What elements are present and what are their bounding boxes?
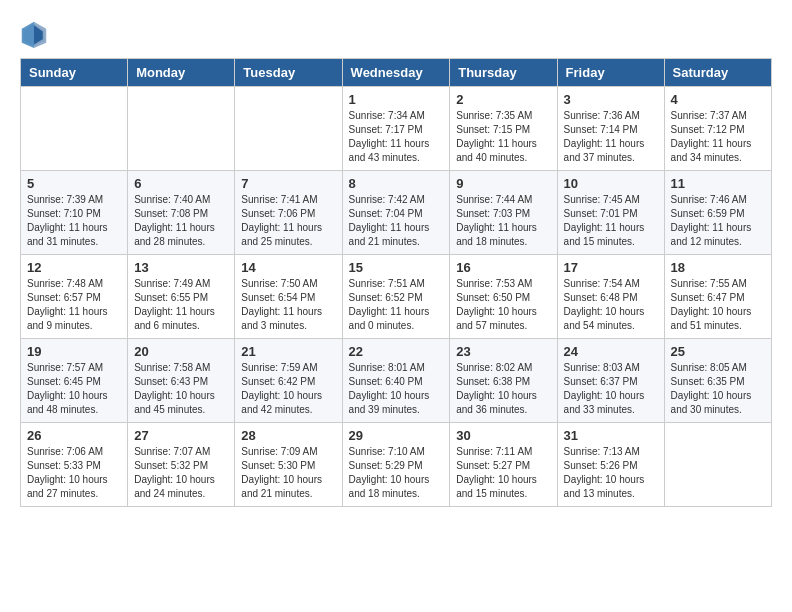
day-number: 29 bbox=[349, 428, 444, 443]
calendar-cell: 1Sunrise: 7:34 AM Sunset: 7:17 PM Daylig… bbox=[342, 87, 450, 171]
day-info: Sunrise: 7:41 AM Sunset: 7:06 PM Dayligh… bbox=[241, 193, 335, 249]
day-info: Sunrise: 7:46 AM Sunset: 6:59 PM Dayligh… bbox=[671, 193, 765, 249]
day-number: 1 bbox=[349, 92, 444, 107]
calendar-cell: 30Sunrise: 7:11 AM Sunset: 5:27 PM Dayli… bbox=[450, 423, 557, 507]
calendar-cell: 28Sunrise: 7:09 AM Sunset: 5:30 PM Dayli… bbox=[235, 423, 342, 507]
day-info: Sunrise: 8:05 AM Sunset: 6:35 PM Dayligh… bbox=[671, 361, 765, 417]
day-info: Sunrise: 7:11 AM Sunset: 5:27 PM Dayligh… bbox=[456, 445, 550, 501]
day-info: Sunrise: 8:03 AM Sunset: 6:37 PM Dayligh… bbox=[564, 361, 658, 417]
day-number: 19 bbox=[27, 344, 121, 359]
calendar-cell: 17Sunrise: 7:54 AM Sunset: 6:48 PM Dayli… bbox=[557, 255, 664, 339]
day-info: Sunrise: 7:06 AM Sunset: 5:33 PM Dayligh… bbox=[27, 445, 121, 501]
page-header bbox=[20, 20, 772, 48]
calendar-cell bbox=[664, 423, 771, 507]
day-info: Sunrise: 7:34 AM Sunset: 7:17 PM Dayligh… bbox=[349, 109, 444, 165]
day-info: Sunrise: 7:59 AM Sunset: 6:42 PM Dayligh… bbox=[241, 361, 335, 417]
day-info: Sunrise: 7:49 AM Sunset: 6:55 PM Dayligh… bbox=[134, 277, 228, 333]
day-info: Sunrise: 7:40 AM Sunset: 7:08 PM Dayligh… bbox=[134, 193, 228, 249]
day-number: 8 bbox=[349, 176, 444, 191]
day-number: 22 bbox=[349, 344, 444, 359]
calendar-cell: 29Sunrise: 7:10 AM Sunset: 5:29 PM Dayli… bbox=[342, 423, 450, 507]
calendar-cell: 6Sunrise: 7:40 AM Sunset: 7:08 PM Daylig… bbox=[128, 171, 235, 255]
day-number: 23 bbox=[456, 344, 550, 359]
day-number: 4 bbox=[671, 92, 765, 107]
weekday-header-monday: Monday bbox=[128, 59, 235, 87]
calendar-week-row-3: 12Sunrise: 7:48 AM Sunset: 6:57 PM Dayli… bbox=[21, 255, 772, 339]
day-info: Sunrise: 7:37 AM Sunset: 7:12 PM Dayligh… bbox=[671, 109, 765, 165]
calendar-cell: 4Sunrise: 7:37 AM Sunset: 7:12 PM Daylig… bbox=[664, 87, 771, 171]
calendar-cell: 22Sunrise: 8:01 AM Sunset: 6:40 PM Dayli… bbox=[342, 339, 450, 423]
day-number: 21 bbox=[241, 344, 335, 359]
calendar-cell: 10Sunrise: 7:45 AM Sunset: 7:01 PM Dayli… bbox=[557, 171, 664, 255]
day-number: 5 bbox=[27, 176, 121, 191]
day-number: 25 bbox=[671, 344, 765, 359]
day-info: Sunrise: 7:45 AM Sunset: 7:01 PM Dayligh… bbox=[564, 193, 658, 249]
calendar-cell: 11Sunrise: 7:46 AM Sunset: 6:59 PM Dayli… bbox=[664, 171, 771, 255]
day-number: 3 bbox=[564, 92, 658, 107]
calendar-cell: 25Sunrise: 8:05 AM Sunset: 6:35 PM Dayli… bbox=[664, 339, 771, 423]
day-number: 12 bbox=[27, 260, 121, 275]
calendar-cell: 20Sunrise: 7:58 AM Sunset: 6:43 PM Dayli… bbox=[128, 339, 235, 423]
day-number: 14 bbox=[241, 260, 335, 275]
calendar-cell: 12Sunrise: 7:48 AM Sunset: 6:57 PM Dayli… bbox=[21, 255, 128, 339]
calendar-cell: 19Sunrise: 7:57 AM Sunset: 6:45 PM Dayli… bbox=[21, 339, 128, 423]
day-number: 31 bbox=[564, 428, 658, 443]
day-number: 26 bbox=[27, 428, 121, 443]
day-number: 11 bbox=[671, 176, 765, 191]
day-info: Sunrise: 7:09 AM Sunset: 5:30 PM Dayligh… bbox=[241, 445, 335, 501]
day-info: Sunrise: 7:51 AM Sunset: 6:52 PM Dayligh… bbox=[349, 277, 444, 333]
day-number: 28 bbox=[241, 428, 335, 443]
svg-marker-2 bbox=[22, 22, 34, 48]
day-number: 17 bbox=[564, 260, 658, 275]
calendar-cell: 16Sunrise: 7:53 AM Sunset: 6:50 PM Dayli… bbox=[450, 255, 557, 339]
calendar-week-row-1: 1Sunrise: 7:34 AM Sunset: 7:17 PM Daylig… bbox=[21, 87, 772, 171]
calendar-cell: 13Sunrise: 7:49 AM Sunset: 6:55 PM Dayli… bbox=[128, 255, 235, 339]
calendar-cell: 2Sunrise: 7:35 AM Sunset: 7:15 PM Daylig… bbox=[450, 87, 557, 171]
day-info: Sunrise: 7:53 AM Sunset: 6:50 PM Dayligh… bbox=[456, 277, 550, 333]
weekday-header-friday: Friday bbox=[557, 59, 664, 87]
calendar-cell: 5Sunrise: 7:39 AM Sunset: 7:10 PM Daylig… bbox=[21, 171, 128, 255]
calendar-cell: 31Sunrise: 7:13 AM Sunset: 5:26 PM Dayli… bbox=[557, 423, 664, 507]
calendar-cell: 26Sunrise: 7:06 AM Sunset: 5:33 PM Dayli… bbox=[21, 423, 128, 507]
weekday-header-wednesday: Wednesday bbox=[342, 59, 450, 87]
day-number: 15 bbox=[349, 260, 444, 275]
day-info: Sunrise: 8:02 AM Sunset: 6:38 PM Dayligh… bbox=[456, 361, 550, 417]
calendar-cell bbox=[128, 87, 235, 171]
day-info: Sunrise: 7:44 AM Sunset: 7:03 PM Dayligh… bbox=[456, 193, 550, 249]
day-info: Sunrise: 7:35 AM Sunset: 7:15 PM Dayligh… bbox=[456, 109, 550, 165]
calendar-cell: 3Sunrise: 7:36 AM Sunset: 7:14 PM Daylig… bbox=[557, 87, 664, 171]
day-info: Sunrise: 7:13 AM Sunset: 5:26 PM Dayligh… bbox=[564, 445, 658, 501]
day-number: 7 bbox=[241, 176, 335, 191]
weekday-header-saturday: Saturday bbox=[664, 59, 771, 87]
day-info: Sunrise: 7:58 AM Sunset: 6:43 PM Dayligh… bbox=[134, 361, 228, 417]
calendar-cell bbox=[21, 87, 128, 171]
calendar-week-row-4: 19Sunrise: 7:57 AM Sunset: 6:45 PM Dayli… bbox=[21, 339, 772, 423]
calendar-cell bbox=[235, 87, 342, 171]
day-number: 30 bbox=[456, 428, 550, 443]
calendar-week-row-2: 5Sunrise: 7:39 AM Sunset: 7:10 PM Daylig… bbox=[21, 171, 772, 255]
day-info: Sunrise: 7:54 AM Sunset: 6:48 PM Dayligh… bbox=[564, 277, 658, 333]
logo-icon bbox=[20, 20, 48, 48]
calendar-cell: 24Sunrise: 8:03 AM Sunset: 6:37 PM Dayli… bbox=[557, 339, 664, 423]
calendar-cell: 8Sunrise: 7:42 AM Sunset: 7:04 PM Daylig… bbox=[342, 171, 450, 255]
day-info: Sunrise: 7:48 AM Sunset: 6:57 PM Dayligh… bbox=[27, 277, 121, 333]
day-info: Sunrise: 7:07 AM Sunset: 5:32 PM Dayligh… bbox=[134, 445, 228, 501]
day-info: Sunrise: 7:36 AM Sunset: 7:14 PM Dayligh… bbox=[564, 109, 658, 165]
day-number: 16 bbox=[456, 260, 550, 275]
calendar-table: SundayMondayTuesdayWednesdayThursdayFrid… bbox=[20, 58, 772, 507]
day-number: 10 bbox=[564, 176, 658, 191]
calendar-cell: 15Sunrise: 7:51 AM Sunset: 6:52 PM Dayli… bbox=[342, 255, 450, 339]
day-info: Sunrise: 8:01 AM Sunset: 6:40 PM Dayligh… bbox=[349, 361, 444, 417]
calendar-cell: 21Sunrise: 7:59 AM Sunset: 6:42 PM Dayli… bbox=[235, 339, 342, 423]
calendar-week-row-5: 26Sunrise: 7:06 AM Sunset: 5:33 PM Dayli… bbox=[21, 423, 772, 507]
day-number: 24 bbox=[564, 344, 658, 359]
day-number: 27 bbox=[134, 428, 228, 443]
day-number: 18 bbox=[671, 260, 765, 275]
calendar-cell: 27Sunrise: 7:07 AM Sunset: 5:32 PM Dayli… bbox=[128, 423, 235, 507]
day-number: 13 bbox=[134, 260, 228, 275]
day-info: Sunrise: 7:42 AM Sunset: 7:04 PM Dayligh… bbox=[349, 193, 444, 249]
calendar-cell: 9Sunrise: 7:44 AM Sunset: 7:03 PM Daylig… bbox=[450, 171, 557, 255]
weekday-header-tuesday: Tuesday bbox=[235, 59, 342, 87]
weekday-header-sunday: Sunday bbox=[21, 59, 128, 87]
calendar-cell: 18Sunrise: 7:55 AM Sunset: 6:47 PM Dayli… bbox=[664, 255, 771, 339]
